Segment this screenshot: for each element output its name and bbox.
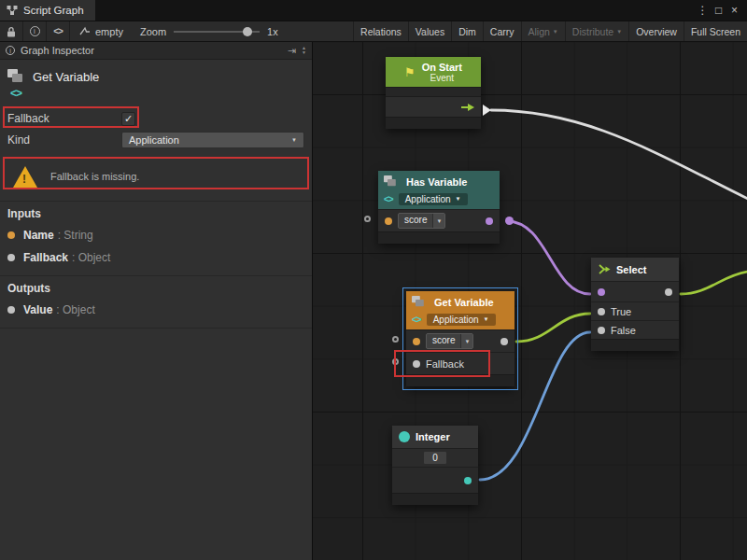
distribute-button[interactable]: Distribute ▼ bbox=[565, 21, 628, 41]
scope-value: Application bbox=[433, 315, 479, 325]
integer-value: 0 bbox=[432, 453, 438, 463]
scope-value: Application bbox=[405, 194, 451, 204]
select-node[interactable]: Select True False bbox=[591, 258, 679, 351]
fullscreen-button[interactable]: Full Screen bbox=[684, 21, 747, 41]
output-name: Value bbox=[23, 303, 52, 316]
code-icon: <> bbox=[10, 87, 21, 100]
int-output-port[interactable] bbox=[464, 477, 472, 484]
pointer-icon bbox=[79, 26, 91, 36]
name-input-port[interactable] bbox=[413, 338, 420, 345]
scope-dropdown[interactable]: Application ▼ bbox=[427, 314, 496, 326]
fallback-input-port[interactable] bbox=[413, 360, 420, 368]
flow-output-port[interactable] bbox=[483, 105, 491, 116]
zoom-value: 1x bbox=[267, 26, 278, 37]
code-view-button[interactable]: <> bbox=[47, 21, 70, 41]
breadcrumb-group[interactable]: empty bbox=[70, 21, 133, 41]
node-footer bbox=[378, 231, 500, 244]
kind-dropdown[interactable]: Application ▼ bbox=[121, 132, 304, 148]
check-icon: ✓ bbox=[124, 113, 133, 125]
wire-select-output[interactable] bbox=[681, 272, 747, 294]
condition-input-port[interactable] bbox=[598, 288, 605, 296]
name-port-ring[interactable] bbox=[392, 336, 399, 343]
object-port-dot bbox=[7, 254, 15, 261]
wire-onstart-flow[interactable] bbox=[491, 110, 747, 199]
node-footer bbox=[386, 117, 481, 129]
fallback-port-ring[interactable] bbox=[392, 358, 399, 365]
outputs-section-title: Outputs bbox=[0, 276, 312, 297]
integer-value-field[interactable]: 0 bbox=[423, 451, 447, 465]
scope-dropdown[interactable]: Application ▼ bbox=[399, 193, 468, 205]
lock-button[interactable] bbox=[0, 21, 23, 41]
window-menu-icon[interactable]: ⋮ bbox=[695, 4, 711, 17]
zoom-slider[interactable] bbox=[174, 31, 260, 33]
condition-row bbox=[591, 281, 679, 301]
window-close-icon[interactable]: × bbox=[726, 4, 742, 17]
chevron-down-icon: ▼ bbox=[484, 316, 489, 322]
inspect-toggle-button[interactable]: i bbox=[23, 21, 47, 41]
window-restore-icon[interactable]: □ bbox=[711, 4, 726, 17]
fallback-property-row: Fallback ✓ bbox=[0, 109, 312, 128]
node-title: On Start bbox=[422, 62, 462, 73]
output-type: : Object bbox=[56, 303, 94, 316]
scroll-arrows[interactable]: ▲ ▼ bbox=[302, 46, 306, 55]
select-header[interactable]: Select bbox=[591, 258, 679, 281]
selection-output-port[interactable] bbox=[665, 288, 672, 296]
variables-icon bbox=[412, 296, 425, 307]
fallback-checkbox[interactable]: ✓ bbox=[121, 112, 135, 126]
object-port-dot bbox=[7, 306, 15, 314]
on-start-titles: On Start Event bbox=[422, 62, 462, 83]
graph-canvas[interactable]: ⚑ On Start Event bbox=[313, 42, 747, 560]
dim-button[interactable]: Dim bbox=[451, 21, 483, 41]
values-button[interactable]: Values bbox=[408, 21, 451, 41]
dock-icon[interactable]: ⇥ bbox=[288, 45, 296, 57]
integer-header[interactable]: Integer bbox=[392, 426, 478, 448]
kind-label: Kind bbox=[7, 133, 121, 147]
chevron-down-icon: ▼ bbox=[432, 214, 444, 228]
warning-icon: ! bbox=[13, 166, 37, 188]
false-input-port[interactable] bbox=[598, 327, 605, 334]
warning-exclamation: ! bbox=[22, 173, 26, 186]
get-variable-header[interactable]: Get Variable <> Application ▼ bbox=[406, 291, 514, 329]
name-port-ring[interactable] bbox=[364, 216, 371, 222]
overview-button[interactable]: Overview bbox=[628, 21, 684, 41]
integer-node[interactable]: Integer 0 bbox=[392, 426, 478, 505]
overview-label: Overview bbox=[636, 26, 677, 37]
relations-button[interactable]: Relations bbox=[353, 21, 408, 41]
chevron-down-icon: ▼ bbox=[291, 137, 297, 143]
zoom-slider-handle[interactable] bbox=[243, 27, 252, 36]
variable-name-value: score bbox=[399, 214, 432, 228]
on-start-node[interactable]: ⚑ On Start Event bbox=[386, 57, 481, 129]
variable-name-dropdown[interactable]: score ▼ bbox=[398, 213, 445, 229]
wire-getvariable-to-select-true[interactable] bbox=[516, 314, 590, 342]
toolbar-buttons: Relations Values Dim Carry Align ▼ Distr… bbox=[353, 21, 747, 41]
input-name: Fallback bbox=[23, 251, 68, 264]
tab-script-graph[interactable]: Script Graph bbox=[0, 0, 95, 21]
bool-output-port[interactable] bbox=[486, 217, 493, 225]
carry-button[interactable]: Carry bbox=[483, 21, 521, 41]
get-variable-node[interactable]: Get Variable <> Application ▼ score ▼ bbox=[406, 291, 514, 386]
on-start-header[interactable]: ⚑ On Start Event bbox=[386, 57, 481, 87]
variables-icon bbox=[7, 69, 24, 83]
chevron-down-icon: ▼ bbox=[616, 29, 622, 35]
input-row-name: Name : String bbox=[0, 226, 312, 245]
name-input-port[interactable] bbox=[385, 217, 392, 225]
breadcrumb-label: empty bbox=[95, 26, 123, 37]
output-row-value: Value : Object bbox=[0, 301, 312, 319]
wire-hasvariable-to-select[interactable] bbox=[507, 221, 590, 294]
true-port-label: True bbox=[611, 306, 631, 317]
dim-label: Dim bbox=[458, 26, 476, 37]
align-button[interactable]: Align ▼ bbox=[521, 21, 565, 41]
scroll-down-icon[interactable]: ▼ bbox=[302, 50, 306, 55]
fallback-port-label: Fallback bbox=[426, 358, 464, 370]
integer-value-row: 0 bbox=[392, 448, 478, 467]
has-variable-node[interactable]: Has Variable <> Application ▼ score ▼ bbox=[378, 171, 500, 244]
value-output-port[interactable] bbox=[500, 338, 508, 345]
code-icon: <> bbox=[384, 194, 393, 204]
script-graph-icon bbox=[7, 5, 18, 16]
true-input-port[interactable] bbox=[598, 308, 605, 315]
kind-value: Application bbox=[129, 134, 179, 146]
variable-name-dropdown[interactable]: score ▼ bbox=[426, 333, 473, 349]
variable-name-value: score bbox=[427, 334, 460, 348]
has-variable-header[interactable]: Has Variable <> Application ▼ bbox=[378, 171, 500, 209]
bool-output-dot[interactable] bbox=[505, 217, 514, 225]
